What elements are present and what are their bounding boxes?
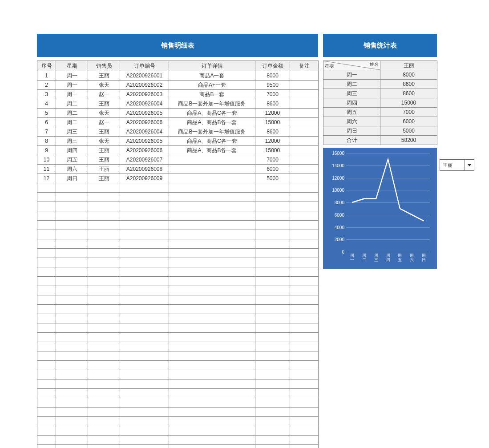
cell[interactable] bbox=[88, 305, 120, 314]
cell[interactable] bbox=[37, 305, 56, 314]
cell[interactable]: 12 bbox=[37, 174, 56, 183]
table-row[interactable] bbox=[37, 436, 319, 445]
cell[interactable] bbox=[290, 99, 319, 109]
table-row[interactable] bbox=[37, 398, 319, 408]
cell[interactable] bbox=[169, 249, 255, 258]
cell[interactable] bbox=[120, 267, 169, 277]
cell[interactable] bbox=[169, 398, 255, 408]
cell[interactable] bbox=[37, 286, 56, 295]
cell[interactable] bbox=[255, 193, 290, 202]
person-filter-dropdown[interactable]: 王丽 bbox=[440, 159, 474, 171]
cell[interactable] bbox=[56, 426, 88, 436]
cell[interactable] bbox=[169, 230, 255, 239]
cell[interactable] bbox=[169, 314, 255, 323]
cell[interactable] bbox=[290, 146, 319, 155]
cell[interactable] bbox=[290, 239, 319, 249]
cell[interactable] bbox=[37, 408, 56, 417]
detail-table[interactable]: 序号星期销售员订单编号订单详情订单金额备注 1周一王丽A20200926001商… bbox=[37, 61, 319, 448]
table-row[interactable] bbox=[37, 445, 319, 448]
cell[interactable] bbox=[88, 295, 120, 305]
cell[interactable] bbox=[56, 211, 88, 221]
cell[interactable] bbox=[120, 323, 169, 333]
table-row[interactable]: 4周二王丽A20200926004商品B一套外加一年增值服务8600 bbox=[37, 99, 319, 109]
table-row[interactable]: 1周一王丽A20200926001商品A一套8000 bbox=[37, 71, 319, 81]
cell[interactable] bbox=[88, 202, 120, 211]
cell[interactable]: A20200926003 bbox=[120, 90, 169, 99]
cell[interactable] bbox=[120, 445, 169, 448]
summary-table[interactable]: 星期姓名王丽周一8000周二8600周三8600周四15000周五7000周六6… bbox=[323, 61, 437, 145]
cell[interactable] bbox=[88, 370, 120, 379]
cell[interactable] bbox=[255, 342, 290, 351]
cell[interactable] bbox=[37, 239, 56, 249]
cell[interactable] bbox=[37, 183, 56, 193]
table-row[interactable] bbox=[37, 426, 319, 436]
cell[interactable] bbox=[255, 239, 290, 249]
cell[interactable] bbox=[37, 445, 56, 448]
table-row[interactable] bbox=[37, 361, 319, 370]
cell[interactable] bbox=[120, 314, 169, 323]
cell[interactable]: 王丽 bbox=[88, 155, 120, 165]
table-row[interactable] bbox=[37, 183, 319, 193]
cell[interactable]: 周一 bbox=[56, 81, 88, 90]
cell[interactable] bbox=[290, 71, 319, 81]
table-row[interactable] bbox=[37, 193, 319, 202]
cell[interactable]: A20200926005 bbox=[120, 137, 169, 146]
cell[interactable] bbox=[290, 333, 319, 342]
cell[interactable] bbox=[255, 183, 290, 193]
cell[interactable] bbox=[290, 286, 319, 295]
cell[interactable] bbox=[169, 436, 255, 445]
cell[interactable] bbox=[290, 165, 319, 174]
cell[interactable]: 周一 bbox=[56, 71, 88, 81]
cell[interactable] bbox=[56, 221, 88, 230]
cell[interactable] bbox=[56, 417, 88, 426]
cell[interactable]: 8600 bbox=[255, 127, 290, 137]
cell[interactable] bbox=[37, 277, 56, 286]
cell[interactable]: 商品B一套外加一年增值服务 bbox=[169, 99, 255, 109]
cell[interactable]: 9 bbox=[37, 146, 56, 155]
cell[interactable] bbox=[290, 351, 319, 361]
cell[interactable] bbox=[56, 351, 88, 361]
cell[interactable] bbox=[56, 436, 88, 445]
cell[interactable] bbox=[120, 305, 169, 314]
table-row[interactable] bbox=[37, 267, 319, 277]
cell[interactable]: 周三 bbox=[56, 127, 88, 137]
cell[interactable] bbox=[56, 183, 88, 193]
cell[interactable] bbox=[56, 333, 88, 342]
cell[interactable] bbox=[120, 389, 169, 398]
cell[interactable] bbox=[120, 342, 169, 351]
cell[interactable] bbox=[169, 286, 255, 295]
table-row[interactable]: 7周三王丽A20200926004商品B一套外加一年增值服务8600 bbox=[37, 127, 319, 137]
cell[interactable] bbox=[37, 193, 56, 202]
cell[interactable] bbox=[88, 361, 120, 370]
table-row[interactable]: 5周二张天A20200926005商品A、商品C各一套12000 bbox=[37, 109, 319, 118]
table-row[interactable] bbox=[37, 351, 319, 361]
cell[interactable] bbox=[56, 314, 88, 323]
cell[interactable] bbox=[255, 408, 290, 417]
table-row[interactable]: 2周一张天A20200926002商品A+一套9500 bbox=[37, 81, 319, 90]
table-row[interactable]: 8周三张天A20200926005商品A、商品C各一套12000 bbox=[37, 137, 319, 146]
cell[interactable] bbox=[255, 361, 290, 370]
cell[interactable] bbox=[56, 295, 88, 305]
cell[interactable] bbox=[88, 221, 120, 230]
cell[interactable] bbox=[88, 230, 120, 239]
cell[interactable]: 3 bbox=[37, 90, 56, 99]
table-row[interactable] bbox=[37, 408, 319, 417]
table-row[interactable] bbox=[37, 379, 319, 389]
cell[interactable] bbox=[169, 351, 255, 361]
cell[interactable] bbox=[290, 398, 319, 408]
cell[interactable]: 周二 bbox=[56, 99, 88, 109]
cell[interactable] bbox=[56, 267, 88, 277]
cell[interactable]: 周二 bbox=[56, 118, 88, 127]
cell[interactable] bbox=[290, 258, 319, 267]
cell[interactable] bbox=[290, 361, 319, 370]
cell[interactable] bbox=[56, 230, 88, 239]
cell[interactable] bbox=[56, 286, 88, 295]
cell[interactable] bbox=[255, 267, 290, 277]
cell[interactable] bbox=[290, 436, 319, 445]
cell[interactable]: 商品A、商品B各一套 bbox=[169, 146, 255, 155]
cell[interactable] bbox=[290, 379, 319, 389]
cell[interactable] bbox=[88, 249, 120, 258]
cell[interactable] bbox=[290, 426, 319, 436]
cell[interactable] bbox=[255, 323, 290, 333]
cell[interactable] bbox=[169, 333, 255, 342]
